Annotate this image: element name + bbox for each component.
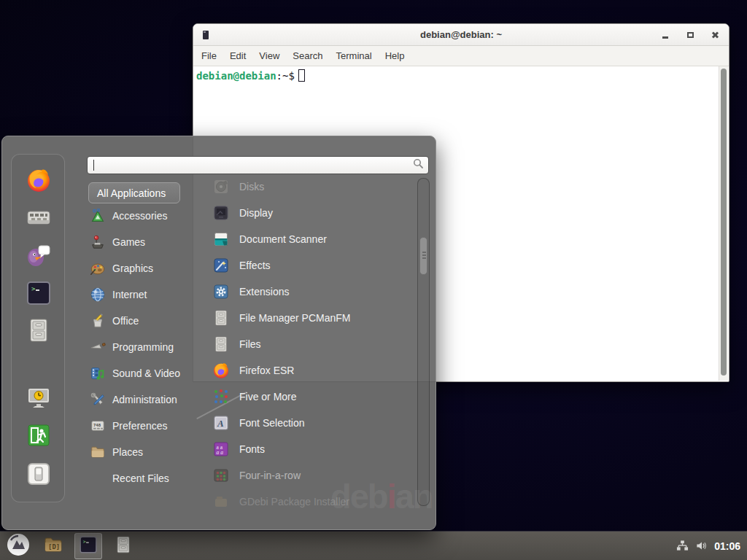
- search-icon: [413, 158, 424, 172]
- category-administration[interactable]: Administration: [90, 386, 206, 413]
- terminal-menu-help[interactable]: Help: [379, 47, 411, 64]
- category-all-applications[interactable]: All Applications: [88, 182, 180, 203]
- search-caret: [93, 160, 94, 171]
- terminal-menu-file[interactable]: File: [195, 47, 223, 64]
- app-label: File Manager PCManFM: [239, 312, 351, 324]
- app-effects[interactable]: Effects: [212, 252, 418, 279]
- category-label: Office: [112, 315, 139, 327]
- preferences-icon: 748: [90, 418, 106, 434]
- category-programming[interactable]: Programming: [90, 334, 206, 360]
- category-label: Preferences: [112, 420, 167, 432]
- software-keyboard-icon: [26, 204, 52, 233]
- app-four-in-a-row[interactable]: Four-in-a-row: [212, 462, 418, 489]
- terminal-menubar: FileEditViewSearchTerminalHelp: [193, 46, 729, 66]
- disks-icon: [212, 178, 230, 195]
- svg-text:748: 748: [93, 423, 101, 427]
- firefox-icon: [26, 167, 52, 196]
- display-icon: [212, 204, 230, 222]
- terminal-dark-icon: >: [26, 280, 52, 309]
- file-cabinet-icon: [212, 335, 230, 353]
- svg-text:>: >: [83, 538, 86, 544]
- app-firefox-esr[interactable]: Firefox ESR: [212, 357, 418, 384]
- taskbar-task-terminal[interactable]: >: [74, 533, 102, 559]
- app-file-manager-pcmanfm[interactable]: File Manager PCManFM: [212, 305, 418, 331]
- gdebi-icon: [212, 493, 230, 510]
- favorite-pidgin[interactable]: [25, 243, 53, 271]
- category-label: Sound & Video: [112, 368, 180, 379]
- favorite-firefox[interactable]: [25, 168, 53, 195]
- category-preferences[interactable]: 748Preferences: [90, 413, 206, 439]
- app-gdebi-package-installer[interactable]: GDebi Package Installer: [212, 489, 418, 515]
- terminal-menu-edit[interactable]: Edit: [223, 47, 252, 64]
- app-fonts[interactable]: a aa aFonts: [212, 436, 418, 462]
- terminal-cursor: [298, 69, 305, 82]
- terminal-menu-terminal[interactable]: Terminal: [330, 47, 379, 64]
- app-label: Fonts: [239, 443, 265, 455]
- lock-screen-icon: [26, 384, 52, 413]
- app-document-scanner[interactable]: Document Scanner: [212, 226, 418, 252]
- app-disks[interactable]: Disks: [212, 174, 418, 200]
- app-label: Disks: [239, 181, 264, 192]
- logout-icon: [26, 422, 52, 451]
- app-label: Extensions: [239, 286, 289, 298]
- volume-tray-icon[interactable]: [695, 540, 708, 552]
- font-selection-icon: A: [212, 414, 230, 432]
- minimize-button[interactable]: [660, 30, 670, 40]
- app-five-or-more[interactable]: Five or More: [212, 384, 418, 410]
- app-label: GDebi Package Installer: [239, 496, 349, 508]
- app-files[interactable]: Files: [212, 331, 418, 357]
- category-recent-files[interactable]: Recent Files: [90, 465, 206, 491]
- category-graphics[interactable]: Graphics: [90, 255, 206, 281]
- prompt-user: debian@debian: [196, 70, 276, 82]
- app-display[interactable]: Display: [212, 200, 418, 226]
- terminal-scrollbar[interactable]: [719, 66, 728, 381]
- session-shutdown-button[interactable]: [25, 462, 53, 489]
- favorite-terminal-dark[interactable]: >: [25, 281, 53, 308]
- category-label: Administration: [112, 394, 177, 405]
- shutdown-icon: [26, 461, 52, 490]
- terminal-menu-search[interactable]: Search: [286, 47, 329, 64]
- category-internet[interactable]: Internet: [90, 281, 206, 308]
- session-logout-button[interactable]: [25, 423, 53, 451]
- extensions-icon: [212, 283, 230, 300]
- svg-text:>: >: [31, 285, 36, 292]
- search-input[interactable]: [87, 156, 429, 174]
- terminal-menu-view[interactable]: View: [252, 47, 286, 64]
- category-all-applications-label: All Applications: [97, 187, 166, 199]
- network-tray-icon[interactable]: [676, 540, 689, 552]
- folder-d-icon: [D]: [43, 534, 63, 558]
- favorite-file-cabinet[interactable]: [25, 318, 53, 346]
- app-font-selection[interactable]: AFont Selection: [212, 410, 418, 436]
- taskbar: [D]> 01:06: [0, 531, 747, 560]
- category-accessories[interactable]: Accessories: [90, 203, 206, 229]
- app-label: Four-in-a-row: [239, 470, 301, 481]
- taskbar-task-file-manager[interactable]: [109, 533, 137, 559]
- category-sound-video[interactable]: Sound & Video: [90, 360, 206, 386]
- terminal-titlebar[interactable]: debian@debian: ~: [193, 24, 729, 46]
- category-label: Graphics: [112, 262, 153, 274]
- category-label: Internet: [112, 289, 147, 300]
- taskbar-clock[interactable]: 01:06: [714, 540, 740, 552]
- favorite-software-keyboard[interactable]: [25, 205, 53, 233]
- graphics-icon: [90, 260, 106, 276]
- games-icon: [90, 234, 106, 250]
- minimize-icon: [662, 36, 668, 39]
- taskbar-menu-button[interactable]: [4, 533, 32, 559]
- file-cabinet-icon: [114, 535, 133, 557]
- places-icon: [90, 444, 106, 460]
- category-label: Programming: [112, 341, 174, 353]
- app-list-scrollbar-track[interactable]: [417, 178, 430, 506]
- sound-video-icon: [90, 365, 106, 381]
- category-office[interactable]: Office: [90, 308, 206, 334]
- app-list-scrollbar-thumb[interactable]: [419, 237, 427, 275]
- category-games[interactable]: Games: [90, 229, 206, 255]
- maximize-button[interactable]: [685, 30, 695, 40]
- close-button[interactable]: [710, 30, 720, 40]
- programming-icon: [90, 339, 106, 355]
- app-extensions[interactable]: Extensions: [212, 279, 418, 305]
- session-lock-screen-button[interactable]: [25, 385, 53, 413]
- taskbar-task-folder-d[interactable]: [D]: [39, 533, 67, 559]
- category-places[interactable]: Places: [90, 439, 206, 465]
- app-label: Firefox ESR: [239, 365, 294, 376]
- terminal-scrollbar-thumb[interactable]: [721, 69, 727, 376]
